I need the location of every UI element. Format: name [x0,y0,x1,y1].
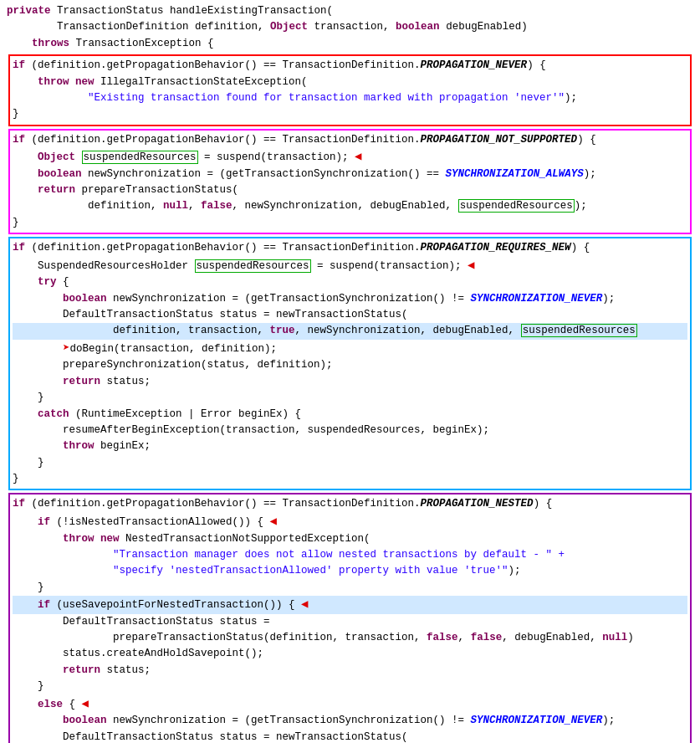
code-line: return status; [13,374,687,390]
header-line-1: private TransactionStatus handleExisting… [7,3,693,19]
code-line: boolean newSynchronization = (getTransac… [13,291,687,307]
code-line: resumeAfterBeginException(transaction, s… [13,423,687,438]
code-line: definition, null, false, newSynchronizat… [13,198,687,214]
code-line: prepareSynchronization(status, definitio… [13,357,687,373]
code-line: "Transaction manager does not allow nest… [13,547,687,563]
var-suspended-resources-3: suspendedResources [195,259,311,273]
code-line-highlighted: definition, transaction, true, newSynchr… [13,323,687,339]
arrow-6: ◀ [82,695,89,714]
var-suspended-resources-2: suspendedResources [458,199,575,213]
code-line: status.createAndHoldSavepoint(); [13,646,687,662]
code-line: } [13,471,687,487]
code-line: try { [13,274,687,290]
header-line-3: throws TransactionException { [7,36,693,52]
code-line: ➤doBegin(transaction, definition); [13,340,687,358]
code-line: if (!isNestedTransactionAllowed()) { ◀ [13,513,687,531]
code-line: } [13,390,687,406]
code-line: throw new NestedTransactionNotSupportedE… [13,531,687,547]
arrow-1: ◀ [355,148,361,167]
code-line: return prepareTransactionStatus( [13,182,687,198]
code-line: throw beginEx; [13,438,687,454]
code-line: if (definition.getPropagationBehavior() … [13,240,687,256]
code-line: prepareTransactionStatus(definition, tra… [13,630,687,646]
arrow-3: ➤ [63,340,69,358]
code-line: boolean newSynchronization = (getTransac… [13,713,687,729]
code-line: } [13,455,687,471]
code-line: DefaultTransactionStatus status = [13,614,687,630]
code-line: } [13,679,687,694]
code-line: boolean newSynchronization = (getTransac… [13,167,687,182]
code-line: "specify 'nestedTransactionAllowed' prop… [13,563,687,579]
section-propagation-requires-new: if (definition.getPropagationBehavior() … [8,237,692,490]
section-propagation-not-supported: if (definition.getPropagationBehavior() … [8,129,692,235]
code-line: Object suspendedResources = suspend(tran… [13,148,687,167]
code-line: } [13,580,687,596]
code-line: if (definition.getPropagationBehavior() … [13,58,687,74]
header-line-2: TransactionDefinition definition, Object… [7,19,693,35]
arrow-4: ◀ [270,513,277,531]
var-suspended-resources-4: suspendedResources [521,324,637,337]
code-line-highlighted-2: if (useSavepointForNestedTransaction()) … [13,596,687,614]
var-suspended-resources-1: suspendedResources [82,151,198,164]
code-line: if (definition.getPropagationBehavior() … [13,496,687,512]
arrow-5: ◀ [301,596,308,614]
code-line: if (definition.getPropagationBehavior() … [13,132,687,148]
code-line: } [13,106,687,122]
code-line: SuspendedResourcesHolder suspendedResour… [13,257,687,275]
section-propagation-nested: if (definition.getPropagationBehavior() … [8,493,692,743]
code-viewer: private TransactionStatus handleExisting… [0,0,700,743]
code-line: return status; [13,663,687,679]
code-line: DefaultTransactionStatus status = newTra… [13,730,687,743]
section-propagation-never: if (definition.getPropagationBehavior() … [8,54,692,126]
code-line: else { ◀ [13,695,687,714]
code-line: } [13,215,687,231]
code-line: catch (RuntimeException | Error beginEx)… [13,407,687,423]
code-line: throw new IllegalTransactionStateExcepti… [13,74,687,90]
arrow-2: ◀ [468,257,474,275]
code-line: "Existing transaction found for transact… [13,90,687,106]
code-line: DefaultTransactionStatus status = newTra… [13,307,687,323]
